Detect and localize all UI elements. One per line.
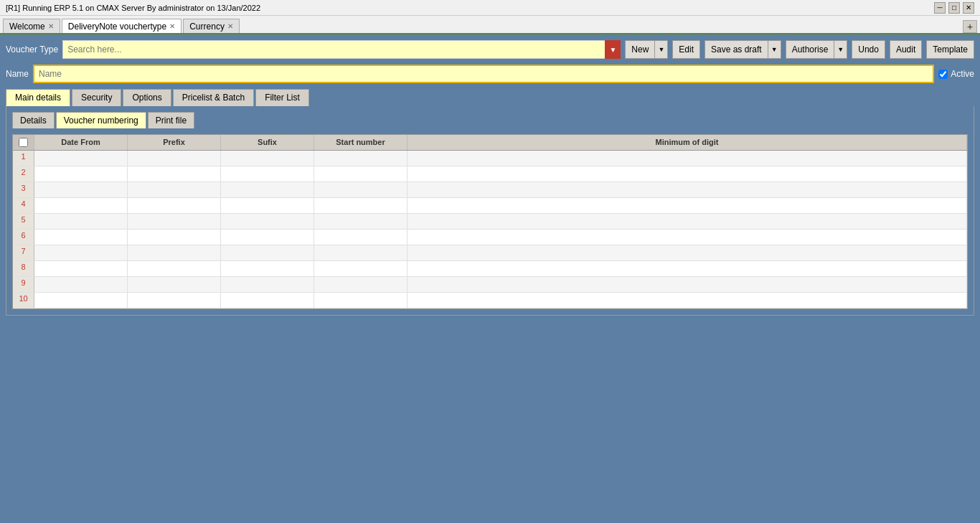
grid-cell-date-from[interactable] — [34, 198, 128, 213]
grid-cell-sufix[interactable] — [221, 198, 314, 213]
grid-header-checkbox[interactable] — [19, 138, 28, 147]
tab-welcome[interactable]: Welcome ✕ — [3, 19, 60, 33]
tab-currency-close[interactable]: ✕ — [227, 22, 233, 30]
grid-cell-start-number[interactable] — [314, 245, 407, 260]
grid-cell-prefix[interactable] — [128, 261, 221, 276]
grid-cell-prefix[interactable] — [128, 277, 221, 292]
grid-cell-min-digit[interactable] — [407, 230, 967, 245]
grid-cell-sufix[interactable] — [221, 277, 314, 292]
table-row: 4 — [13, 198, 967, 214]
grid-cell-date-from[interactable] — [34, 151, 128, 166]
table-row: 3 — [13, 182, 967, 198]
new-dropdown-button[interactable] — [655, 40, 668, 59]
sub-tab-print-file[interactable]: Print file — [148, 112, 194, 128]
grid-cell-date-from[interactable] — [34, 182, 128, 197]
voucher-numbering-grid: Date From Prefix Sufix Start number Mini… — [12, 134, 968, 309]
grid-cell-sufix[interactable] — [221, 166, 314, 182]
minimize-button[interactable]: ─ — [934, 2, 946, 14]
grid-cell-date-from[interactable] — [34, 277, 128, 292]
save-draft-btn-group: Save as draft — [705, 40, 781, 59]
window-title: [R1] Running ERP 5.1 on CMAX Server By a… — [6, 4, 260, 12]
grid-cell-min-digit[interactable] — [407, 214, 967, 229]
tab-deliverynote-close[interactable]: ✕ — [169, 22, 175, 30]
table-row: 2 — [13, 166, 967, 182]
grid-cell-prefix[interactable] — [128, 198, 221, 213]
tab-content: Details Voucher numbering Print file Dat… — [6, 106, 974, 316]
grid-row-num: 4 — [13, 198, 34, 213]
voucher-type-label: Voucher Type — [6, 44, 58, 55]
grid-cell-min-digit[interactable] — [407, 198, 967, 213]
grid-cell-start-number[interactable] — [314, 293, 407, 308]
grid-cell-start-number[interactable] — [314, 198, 407, 213]
grid-cell-start-number[interactable] — [314, 261, 407, 276]
grid-cell-min-digit[interactable] — [407, 293, 967, 308]
tab-main-details[interactable]: Main details — [6, 89, 70, 106]
sub-tab-voucher-numbering[interactable]: Voucher numbering — [56, 112, 146, 128]
tab-add-button[interactable]: + — [963, 20, 977, 33]
grid-cell-prefix[interactable] — [128, 214, 221, 229]
close-button[interactable]: ✕ — [963, 2, 974, 14]
voucher-type-dropdown-btn[interactable] — [605, 40, 621, 59]
grid-cell-prefix[interactable] — [128, 230, 221, 245]
tab-bar: Welcome ✕ DeliveryNote vouchertype ✕ Cur… — [0, 16, 980, 34]
tab-options[interactable]: Options — [123, 89, 171, 106]
tab-welcome-close[interactable]: ✕ — [48, 22, 54, 30]
grid-cell-start-number[interactable] — [314, 277, 407, 292]
grid-cell-sufix[interactable] — [221, 245, 314, 260]
grid-cell-sufix[interactable] — [221, 293, 314, 308]
template-button[interactable]: Template — [926, 40, 974, 59]
grid-cell-sufix[interactable] — [221, 151, 314, 166]
tab-filter-list[interactable]: Filter List — [255, 89, 309, 106]
sub-tab-details[interactable]: Details — [12, 112, 55, 128]
edit-button[interactable]: Edit — [672, 40, 700, 59]
tab-currency[interactable]: Currency ✕ — [183, 19, 240, 33]
grid-cell-prefix[interactable] — [128, 166, 221, 182]
save-as-draft-button[interactable]: Save as draft — [705, 40, 768, 59]
grid-cell-sufix[interactable] — [221, 261, 314, 276]
grid-cell-start-number[interactable] — [314, 230, 407, 245]
grid-cell-sufix[interactable] — [221, 230, 314, 245]
grid-cell-min-digit[interactable] — [407, 151, 967, 166]
grid-cell-date-from[interactable] — [34, 214, 128, 229]
grid-cell-min-digit[interactable] — [407, 277, 967, 292]
grid-cell-prefix[interactable] — [128, 151, 221, 166]
tab-deliverynote[interactable]: DeliveryNote vouchertype ✕ — [62, 19, 182, 33]
grid-cell-start-number[interactable] — [314, 166, 407, 182]
grid-cell-prefix[interactable] — [128, 182, 221, 197]
authorise-button[interactable]: Authorise — [786, 40, 835, 59]
voucher-type-search-input[interactable] — [62, 40, 621, 59]
new-btn-group: New — [625, 40, 668, 59]
audit-button[interactable]: Audit — [890, 40, 922, 59]
active-checkbox[interactable] — [938, 70, 948, 79]
grid-cell-sufix[interactable] — [221, 214, 314, 229]
new-button[interactable]: New — [625, 40, 655, 59]
grid-cell-min-digit[interactable] — [407, 166, 967, 182]
grid-cell-date-from[interactable] — [34, 245, 128, 260]
name-input[interactable] — [33, 65, 934, 83]
grid-cell-date-from[interactable] — [34, 166, 128, 182]
restore-button[interactable]: □ — [948, 2, 960, 14]
undo-button[interactable]: Undo — [852, 40, 885, 59]
tab-security[interactable]: Security — [72, 89, 121, 106]
grid-cell-prefix[interactable] — [128, 245, 221, 260]
active-checkbox-wrapper: Active — [938, 69, 974, 79]
grid-row-num: 3 — [13, 182, 34, 197]
table-row: 10 — [13, 293, 967, 308]
grid-cell-sufix[interactable] — [221, 182, 314, 197]
grid-row-num: 10 — [13, 293, 34, 308]
grid-header-sufix: Sufix — [221, 135, 314, 150]
grid-cell-date-from[interactable] — [34, 230, 128, 245]
voucher-type-search-wrapper — [62, 40, 621, 59]
grid-cell-min-digit[interactable] — [407, 261, 967, 276]
grid-cell-date-from[interactable] — [34, 261, 128, 276]
grid-cell-start-number[interactable] — [314, 151, 407, 166]
authorise-dropdown-button[interactable] — [834, 40, 847, 59]
save-draft-dropdown-button[interactable] — [768, 40, 781, 59]
grid-cell-min-digit[interactable] — [407, 245, 967, 260]
grid-cell-min-digit[interactable] — [407, 182, 967, 197]
grid-cell-date-from[interactable] — [34, 293, 128, 308]
grid-cell-start-number[interactable] — [314, 182, 407, 197]
tab-pricelist-batch[interactable]: Pricelist & Batch — [173, 89, 254, 106]
grid-cell-prefix[interactable] — [128, 293, 221, 308]
grid-cell-start-number[interactable] — [314, 214, 407, 229]
